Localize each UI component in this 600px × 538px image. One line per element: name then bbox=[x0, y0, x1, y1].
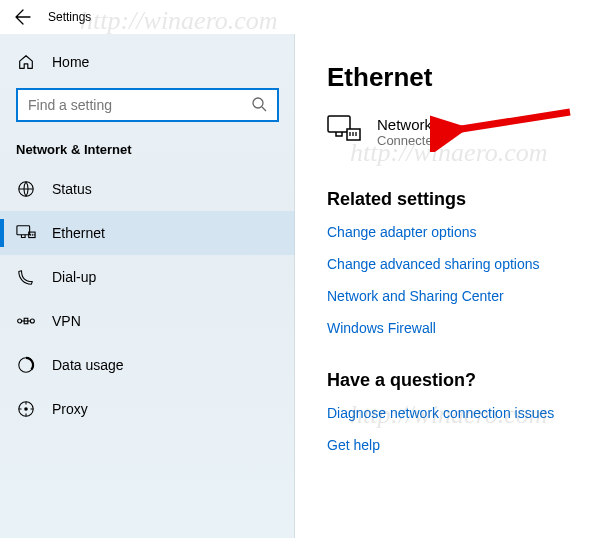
svg-point-9 bbox=[24, 407, 28, 411]
search-box[interactable] bbox=[16, 88, 279, 122]
sidebar: Home Network & Internet Status bbox=[0, 34, 295, 538]
question-header: Have a question? bbox=[327, 370, 576, 391]
svg-point-0 bbox=[253, 98, 263, 108]
settings-window: W http://winaero.com http://winaero.com … bbox=[0, 0, 600, 538]
network-name: Network bbox=[377, 116, 440, 133]
vpn-icon bbox=[16, 311, 36, 331]
phone-icon bbox=[16, 267, 36, 287]
page-title: Ethernet bbox=[327, 62, 576, 93]
home-icon bbox=[16, 52, 36, 72]
search-input[interactable] bbox=[28, 97, 251, 113]
network-text: Network Connected bbox=[377, 116, 440, 148]
svg-point-4 bbox=[18, 319, 22, 323]
link-adapter-options[interactable]: Change adapter options bbox=[327, 224, 576, 240]
nav-label: VPN bbox=[52, 313, 81, 329]
ethernet-icon bbox=[16, 223, 36, 243]
nav-proxy[interactable]: Proxy bbox=[0, 387, 295, 431]
link-sharing-center[interactable]: Network and Sharing Center bbox=[327, 288, 576, 304]
proxy-icon bbox=[16, 399, 36, 419]
question-section: Have a question? Diagnose network connec… bbox=[327, 370, 576, 453]
nav-label: Status bbox=[52, 181, 92, 197]
network-status: Connected bbox=[377, 133, 440, 148]
svg-point-5 bbox=[30, 319, 34, 323]
link-firewall[interactable]: Windows Firewall bbox=[327, 320, 576, 336]
window-title: Settings bbox=[48, 10, 91, 24]
link-diagnose[interactable]: Diagnose network connection issues bbox=[327, 405, 576, 421]
titlebar: Settings bbox=[0, 0, 600, 34]
nav-vpn[interactable]: VPN bbox=[0, 299, 295, 343]
globe-icon bbox=[16, 179, 36, 199]
nav-datausage[interactable]: Data usage bbox=[0, 343, 295, 387]
arrow-left-icon bbox=[15, 9, 31, 25]
nav-label: Dial-up bbox=[52, 269, 96, 285]
nav-status[interactable]: Status bbox=[0, 167, 295, 211]
content-pane: Ethernet Network Connected Related setti… bbox=[295, 34, 600, 538]
data-usage-icon bbox=[16, 355, 36, 375]
link-sharing-options[interactable]: Change advanced sharing options bbox=[327, 256, 576, 272]
nav-dialup[interactable]: Dial-up bbox=[0, 255, 295, 299]
nav-label: Proxy bbox=[52, 401, 88, 417]
sidebar-category: Network & Internet bbox=[0, 126, 295, 167]
nav-ethernet[interactable]: Ethernet bbox=[0, 211, 295, 255]
back-button[interactable] bbox=[6, 0, 40, 34]
nav-label: Data usage bbox=[52, 357, 124, 373]
related-settings-header: Related settings bbox=[327, 189, 576, 210]
search-icon bbox=[251, 96, 269, 114]
window-body: Home Network & Internet Status bbox=[0, 34, 600, 538]
network-card[interactable]: Network Connected bbox=[327, 115, 576, 149]
link-get-help[interactable]: Get help bbox=[327, 437, 576, 453]
svg-rect-2 bbox=[17, 226, 30, 235]
nav-home[interactable]: Home bbox=[0, 40, 295, 84]
search-wrap bbox=[16, 88, 279, 122]
ethernet-icon bbox=[327, 115, 361, 149]
nav-home-label: Home bbox=[52, 54, 89, 70]
nav-label: Ethernet bbox=[52, 225, 105, 241]
